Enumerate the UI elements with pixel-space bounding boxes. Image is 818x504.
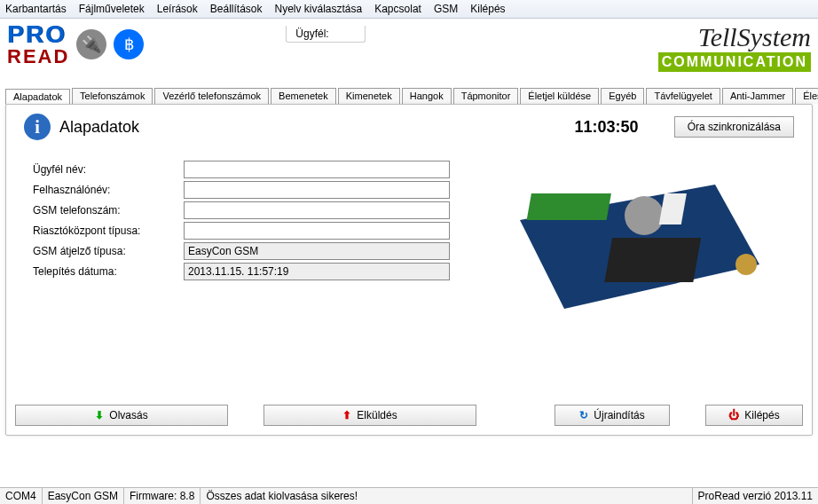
logo-area: PRO READ 🔌 ฿ xyxy=(7,22,144,67)
exit-button[interactable]: ⏻ Kilépés xyxy=(705,405,803,426)
tab-eletjel[interactable]: Életjel küldése xyxy=(520,88,599,104)
menu-leirasok[interactable]: Leírások xyxy=(157,3,198,15)
svg-point-2 xyxy=(625,196,664,235)
tab-egyeb[interactable]: Egyéb xyxy=(601,88,644,104)
bluetooth-icon[interactable]: ฿ xyxy=(114,29,144,59)
power-icon: ⏻ xyxy=(728,409,739,421)
send-button[interactable]: ⬆ Elküldés xyxy=(263,405,476,426)
menu-beallitasok[interactable]: Beállítások xyxy=(210,3,263,15)
menu-nyelv[interactable]: Nyelv kiválasztása xyxy=(274,3,362,15)
action-button-bar: ⬇ Olvasás ⬆ Elküldés ↻ Újraindítás ⏻ Kil… xyxy=(6,398,812,435)
app-logo: PRO READ xyxy=(7,22,69,67)
page-title: Alapadatok xyxy=(59,118,139,137)
menu-fajlmuveletek[interactable]: Fájlműveletek xyxy=(79,3,145,15)
tellsystem-logo: TellSystem COMMUNICATION xyxy=(658,22,811,72)
status-bar: COM4 EasyCon GSM Firmware: 8.8 Összes ad… xyxy=(0,487,818,504)
input-gsm-phone[interactable] xyxy=(184,201,450,219)
reload-icon: ↻ xyxy=(579,409,588,421)
label-alarm-type: Riasztóközpont típusa: xyxy=(33,224,184,237)
usb-icon[interactable]: 🔌 xyxy=(76,29,106,59)
svg-rect-1 xyxy=(527,193,611,220)
status-device: EasyCon GSM xyxy=(43,488,124,504)
form-column: Ügyfél név: Felhasználónév: GSM telefons… xyxy=(33,158,450,335)
read-button[interactable]: ⬇ Olvasás xyxy=(15,405,228,426)
label-gsm-relay-type: GSM átjelző típusa: xyxy=(33,245,184,257)
tab-antijammer[interactable]: Anti-Jammer xyxy=(722,88,793,104)
input-install-date xyxy=(184,263,450,280)
clock-display: 11:03:50 xyxy=(575,118,639,137)
tab-tapmonitor[interactable]: Tápmonitor xyxy=(453,88,519,104)
content-panel: i Alapadatok 11:03:50 Óra szinkronizálás… xyxy=(5,104,813,436)
restart-button[interactable]: ↻ Újraindítás xyxy=(555,405,670,426)
label-gsm-phone: GSM telefonszám: xyxy=(33,204,184,217)
input-gsm-relay-type xyxy=(184,242,450,260)
tab-kimenetek[interactable]: Kimenetek xyxy=(338,88,400,104)
device-image xyxy=(485,158,785,335)
tab-elesites[interactable]: Élesítés/hatástalanítás xyxy=(795,88,818,104)
upload-icon: ⬆ xyxy=(342,409,351,421)
clock-sync-button[interactable]: Óra szinkronizálása xyxy=(674,116,794,138)
menubar: Karbantartás Fájlműveletek Leírások Beál… xyxy=(0,0,818,19)
logo-pro: PRO xyxy=(7,22,69,47)
menu-kapcsolat[interactable]: Kapcsolat xyxy=(374,3,421,15)
input-user-name[interactable] xyxy=(184,181,450,199)
input-alarm-type[interactable] xyxy=(184,222,450,240)
tab-hangok[interactable]: Hangok xyxy=(402,88,452,104)
input-client-name[interactable] xyxy=(184,161,450,178)
status-port: COM4 xyxy=(0,488,43,504)
header: PRO READ 🔌 ฿ Ügyfél: TellSystem COMMUNIC… xyxy=(0,19,818,88)
tab-tavfelugyelet[interactable]: Távfelügyelet xyxy=(646,88,720,104)
status-message: Összes adat kiolvasása sikeres! xyxy=(201,488,692,504)
tab-alapadatok[interactable]: Alapadatok xyxy=(5,89,70,105)
client-label: Ügyfél: xyxy=(286,26,366,43)
tab-bemenetek[interactable]: Bemenetek xyxy=(271,88,336,104)
tab-bar: Alapadatok Telefonszámok Vezérlő telefon… xyxy=(0,88,818,104)
info-icon: i xyxy=(24,114,51,140)
svg-point-4 xyxy=(735,254,757,275)
tab-vezerlo-telefonszamok[interactable]: Vezérlő telefonszámok xyxy=(154,88,269,104)
label-client-name: Ügyfél név: xyxy=(33,163,184,176)
tab-telefonszamok[interactable]: Telefonszámok xyxy=(72,88,153,104)
label-install-date: Telepítés dátuma: xyxy=(33,265,184,278)
logo-read: READ xyxy=(7,47,69,67)
download-icon: ⬇ xyxy=(95,409,104,421)
menu-karbantartas[interactable]: Karbantartás xyxy=(5,3,67,15)
svg-rect-3 xyxy=(604,238,701,282)
status-firmware: Firmware: 8.8 xyxy=(124,488,201,504)
menu-kilepes[interactable]: Kilépés xyxy=(470,3,505,15)
menu-gsm[interactable]: GSM xyxy=(434,3,458,15)
status-version: ProRead verzió 2013.11 xyxy=(693,488,818,504)
label-user-name: Felhasználónév: xyxy=(33,184,184,196)
